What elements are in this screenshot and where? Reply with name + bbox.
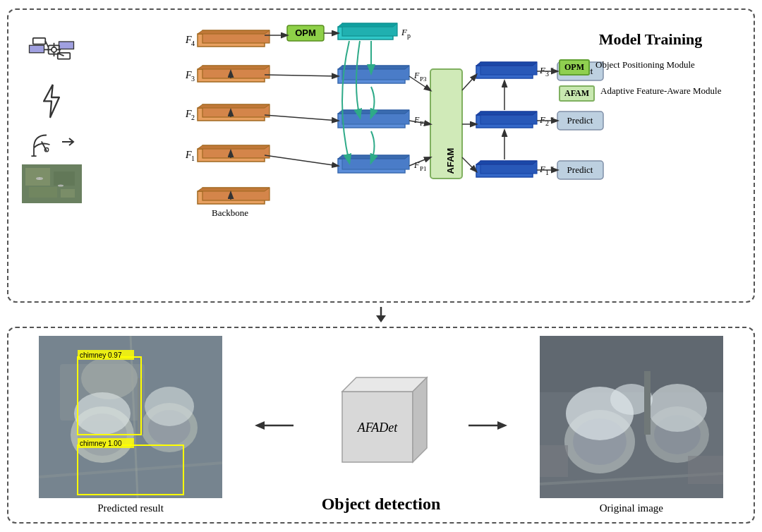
opm-legend-desc: Object Positioning Module (595, 59, 695, 71)
svg-marker-49 (198, 188, 270, 191)
dish-arrow (28, 126, 76, 157)
svg-line-13 (59, 45, 60, 49)
opm-legend-box: OPM (559, 59, 590, 75)
satellite-image-thumb (22, 164, 82, 203)
svg-marker-31 (198, 30, 270, 34)
afam-legend-box: AFAM (559, 85, 595, 102)
svg-line-105 (462, 75, 476, 90)
svg-marker-60 (338, 23, 397, 27)
svg-line-81 (265, 155, 338, 166)
svg-rect-20 (25, 168, 50, 186)
satellite-icon (27, 27, 76, 76)
arrow-right-icon (62, 137, 76, 147)
svg-rect-159 (644, 371, 651, 435)
svg-text:P3: P3 (420, 75, 427, 83)
svg-marker-149 (497, 421, 507, 430)
svg-text:p: p (407, 32, 411, 40)
svg-point-135 (145, 387, 194, 426)
svg-rect-162 (688, 456, 723, 484)
aerial-detected-svg: chimney 0.97 chimney 1.00 (39, 336, 222, 498)
lightning-icon (37, 83, 66, 119)
afadet-container: AFADet (329, 372, 432, 478)
svg-text:2: 2 (191, 114, 195, 121)
svg-rect-10 (30, 45, 44, 53)
svg-text:chimney 0.97: chimney 0.97 (80, 351, 122, 359)
svg-text:Predict: Predict (567, 115, 593, 126)
svg-text:OPM: OPM (295, 28, 316, 38)
satellite-dish-icon (28, 126, 59, 157)
svg-text:AFADet: AFADet (357, 421, 399, 435)
legend: Model Training OPM Object Positioning Mo… (552, 23, 742, 111)
svg-rect-22 (29, 187, 57, 198)
svg-text:″: ″ (550, 164, 554, 174)
svg-marker-46 (198, 145, 270, 149)
svg-rect-23 (61, 189, 75, 198)
svg-point-25 (58, 185, 64, 187)
diagram-area: F 4 F 3 F 2 (83, 20, 742, 294)
aerial-original-svg (540, 336, 723, 498)
svg-marker-101 (476, 161, 537, 164)
predicted-result-caption: Predicted result (97, 502, 164, 514)
svg-marker-143 (255, 421, 265, 430)
svg-text:4: 4 (191, 40, 195, 47)
svg-text:F: F (413, 71, 420, 80)
svg-marker-95 (476, 111, 537, 115)
svg-line-14 (41, 142, 46, 152)
svg-line-79 (265, 75, 338, 76)
detected-image-container: chimney 0.97 chimney 1.00 Predicted resu… (39, 336, 222, 514)
svg-marker-89 (476, 62, 537, 66)
svg-point-5 (52, 47, 56, 52)
bottom-panel: chimney 0.97 chimney 1.00 Predicted resu… (7, 327, 755, 524)
detected-image: chimney 0.97 chimney 1.00 (39, 336, 222, 498)
left-icons (20, 20, 83, 294)
svg-marker-122 (376, 315, 386, 322)
original-image-container: Original image (540, 336, 723, 514)
svg-rect-1 (33, 38, 46, 44)
right-arrow-icon (465, 417, 507, 434)
afadet-box: AFADet (329, 372, 432, 474)
afadet-svg: AFADet (329, 372, 432, 474)
opm-legend-item: OPM Object Positioning Module (559, 59, 742, 75)
svg-point-134 (74, 392, 131, 435)
left-arrow-icon (255, 417, 297, 434)
afam-legend-desc: Adaptive Feature-Aware Module (600, 85, 721, 97)
svg-point-157 (648, 384, 707, 432)
svg-line-80 (265, 115, 338, 121)
svg-line-4 (59, 54, 64, 56)
object-detection-title: Object detection (322, 495, 441, 514)
original-image-caption: Original image (600, 502, 663, 514)
svg-text:Backbone: Backbone (212, 207, 248, 218)
svg-marker-36 (198, 66, 270, 69)
top-panel: F 4 F 3 F 2 (7, 8, 755, 303)
svg-rect-161 (540, 445, 568, 477)
svg-text:3: 3 (191, 75, 195, 83)
svg-rect-21 (54, 171, 75, 186)
svg-marker-66 (338, 66, 409, 69)
svg-marker-41 (198, 104, 270, 108)
svg-text:Predict: Predict (567, 164, 593, 175)
afam-legend-item: AFAM Adaptive Feature-Aware Module (559, 85, 742, 102)
svg-text:AFAM: AFAM (445, 148, 456, 174)
svg-text:″: ″ (550, 115, 554, 125)
model-training-title: Model Training (559, 30, 742, 49)
svg-line-107 (462, 157, 476, 171)
svg-text:1: 1 (191, 155, 195, 162)
svg-text:chimney 1.00: chimney 1.00 (80, 440, 122, 447)
svg-text:F: F (413, 115, 420, 125)
original-image (540, 336, 723, 498)
connecting-arrow (7, 307, 755, 322)
svg-text:P1: P1 (420, 165, 427, 172)
svg-marker-146 (413, 377, 427, 462)
svg-rect-11 (59, 42, 74, 49)
